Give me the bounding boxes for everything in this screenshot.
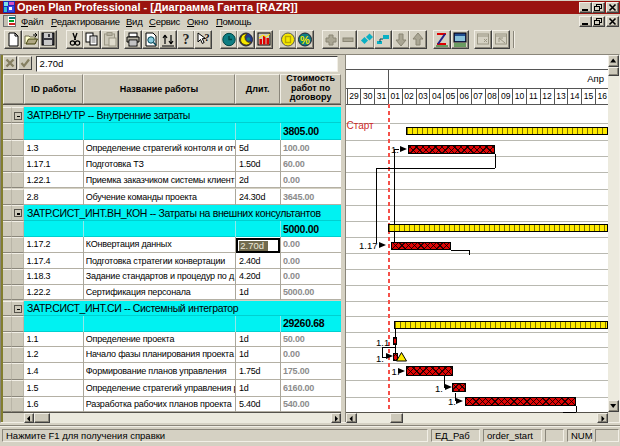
svg-text:%: %: [300, 34, 310, 46]
svg-text:?: ?: [205, 32, 210, 43]
svg-text:?: ?: [182, 32, 189, 47]
